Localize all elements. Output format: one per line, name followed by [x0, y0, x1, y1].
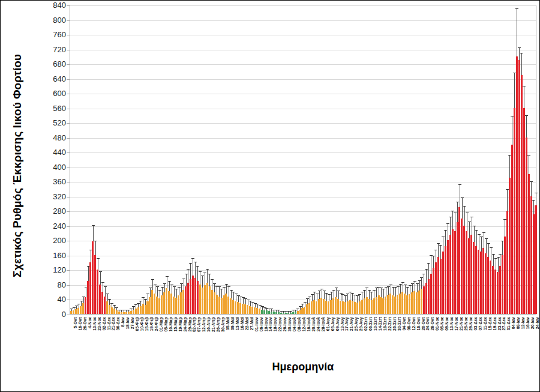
error-whisker — [257, 304, 258, 308]
error-whisker — [479, 234, 479, 250]
error-whisker — [176, 289, 177, 298]
x-tick-label: 12-Ιουλ — [302, 317, 307, 331]
y-tick-mark — [67, 109, 70, 109]
x-tick-label: 23-Νοε — [97, 317, 102, 331]
error-whisker — [507, 189, 508, 211]
error-whisker — [312, 294, 313, 301]
error-whisker — [452, 211, 453, 229]
error-whisker — [103, 282, 103, 292]
error-whisker — [133, 306, 134, 310]
y-tick-label: 400 — [30, 163, 66, 171]
x-tick-label: 14-Σεπ — [378, 317, 383, 331]
error-whisker — [464, 206, 465, 225]
error-whisker — [438, 243, 439, 257]
error-whisker — [415, 281, 415, 291]
error-whisker — [307, 298, 308, 304]
error-whisker — [193, 258, 193, 276]
x-tick-label: 10-Μαρ — [169, 317, 173, 332]
error-whisker — [131, 309, 131, 311]
error-whisker — [424, 274, 424, 286]
error-whisker — [128, 310, 129, 312]
error-whisker — [338, 291, 339, 299]
x-tick-label: 19-Μαρ — [178, 317, 183, 332]
x-tick-label: 26-Σεπ — [392, 317, 397, 331]
error-whisker — [150, 288, 151, 297]
error-whisker — [407, 287, 408, 295]
error-whisker — [431, 255, 431, 274]
error-whisker — [302, 304, 303, 308]
error-whisker — [243, 297, 244, 303]
error-whisker — [174, 286, 175, 297]
error-whisker — [186, 274, 187, 286]
error-whisker — [224, 287, 224, 295]
y-tick-label: 80 — [30, 281, 66, 289]
y-tick-mark — [67, 35, 70, 35]
x-tick-label: 24-Φεβ — [154, 317, 159, 331]
error-whisker — [276, 310, 277, 312]
error-whisker — [236, 294, 236, 301]
error-whisker — [298, 309, 298, 311]
error-whisker — [450, 217, 451, 235]
plot-area — [70, 5, 536, 315]
error-whisker — [322, 289, 322, 298]
x-axis-title: Ημερομηνία — [70, 361, 536, 373]
x-tick-label: 26-Απρ — [216, 317, 221, 332]
error-whisker — [428, 263, 429, 279]
error-whisker — [476, 230, 477, 246]
x-tick-label: 11-Δεκ — [483, 317, 488, 330]
error-whisker — [376, 288, 377, 297]
y-tick-mark — [67, 79, 70, 80]
error-whisker — [100, 271, 101, 285]
y-tick-mark — [67, 138, 70, 139]
error-whisker — [317, 294, 317, 301]
y-tick-mark — [67, 50, 70, 50]
y-tick-label: 440 — [30, 148, 66, 156]
error-whisker — [88, 266, 89, 281]
y-axis-title: Σχετικός Ρυθμός Έκκρισης Ιικού Φορτίου — [11, 22, 24, 310]
x-tick-label: 01-Αυγ — [326, 317, 331, 331]
error-whisker — [362, 292, 362, 300]
error-whisker — [202, 276, 203, 288]
error-whisker — [331, 292, 332, 300]
x-tick-label: 25-Νοε — [464, 317, 469, 331]
x-tick-label: 01-Μαρ — [159, 317, 164, 332]
x-tick-label: 09-Μαϊ — [230, 317, 235, 330]
x-tick-label: 08-Οκτ — [407, 317, 412, 331]
error-whisker — [126, 310, 127, 312]
x-tick-label: 24-Ιαν — [535, 317, 540, 329]
y-tick-mark — [67, 241, 70, 241]
y-tick-label: 840 — [30, 1, 66, 9]
error-whisker — [288, 311, 289, 313]
error-whisker — [474, 226, 475, 243]
error-whisker — [496, 258, 496, 270]
error-whisker — [341, 293, 341, 301]
x-tick-label: 28-Ιουλ — [321, 317, 326, 331]
error-whisker — [238, 295, 239, 303]
error-whisker — [107, 294, 108, 301]
error-whisker — [260, 305, 260, 309]
x-tick-label: 20-Ιουλ — [311, 317, 316, 331]
error-whisker — [255, 303, 256, 307]
y-tick-label: 600 — [30, 89, 66, 97]
error-whisker — [367, 288, 367, 297]
error-whisker — [460, 184, 460, 207]
error-whisker — [347, 294, 348, 301]
error-whisker — [207, 269, 208, 283]
error-whisker — [505, 219, 505, 237]
error-whisker — [374, 290, 374, 299]
error-whisker — [455, 213, 455, 231]
error-whisker — [395, 287, 396, 297]
error-whisker — [334, 290, 334, 299]
x-tick-label: 13-Μαϊ — [235, 317, 240, 330]
x-tick-label: 13-Νοε — [92, 317, 97, 331]
error-whisker — [262, 306, 263, 310]
error-whisker — [162, 287, 163, 295]
y-tick-label: 0 — [30, 310, 66, 318]
x-tick-label: 30-Σεπ — [397, 317, 402, 331]
x-tick-label: 04-Οκτ — [402, 317, 407, 331]
y-tick-label: 760 — [30, 31, 66, 38]
error-whisker — [500, 254, 500, 266]
error-whisker — [114, 305, 115, 309]
error-whisker — [357, 295, 358, 303]
y-tick-mark — [67, 270, 70, 271]
